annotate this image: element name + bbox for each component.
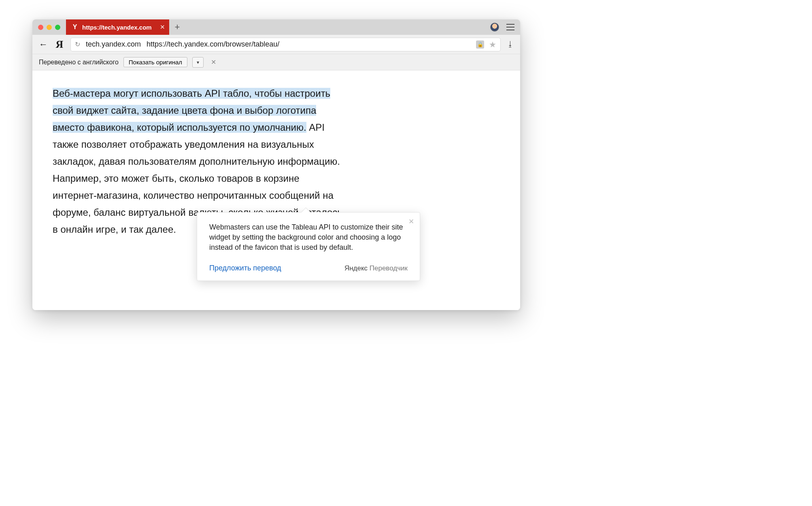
tab-close-icon[interactable]: ✕ xyxy=(160,23,165,31)
translate-options-dropdown[interactable]: ▾ xyxy=(192,57,204,68)
bookmark-star-icon[interactable]: ★ xyxy=(489,40,496,49)
omnibox-actions: 🔒 ★ xyxy=(476,40,496,49)
show-original-button[interactable]: Показать оригинал xyxy=(123,57,187,67)
highlighted-selection: Веб-мастера могут использовать API табло… xyxy=(53,88,330,133)
tab-bar: Y https://tech.yandex.com ✕ + xyxy=(32,19,520,35)
lock-icon[interactable]: 🔒 xyxy=(476,40,484,49)
window-controls xyxy=(32,19,66,35)
browser-window: Y https://tech.yandex.com ✕ + ← Я ↻ tech… xyxy=(32,19,520,310)
suggest-translation-link[interactable]: Предложить перевод xyxy=(209,264,281,272)
active-tab[interactable]: Y https://tech.yandex.com ✕ xyxy=(66,19,169,35)
profile-avatar[interactable] xyxy=(490,23,499,32)
new-tab-button[interactable]: + xyxy=(169,19,185,35)
window-close-button[interactable] xyxy=(38,25,43,30)
url-host: tech.yandex.com xyxy=(86,40,141,49)
downloads-icon[interactable]: ⭳ xyxy=(506,40,514,49)
address-bar: ← Я ↻ tech.yandex.com https://tech.yande… xyxy=(32,35,520,54)
translator-brand-suffix: Переводчик xyxy=(368,264,408,272)
translate-bar: Переведено с английского Показать оригин… xyxy=(32,54,520,70)
menu-icon[interactable] xyxy=(506,24,514,30)
back-button[interactable]: ← xyxy=(38,39,49,50)
tab-favicon: Y xyxy=(72,24,78,30)
popup-footer: Предложить перевод Яндекс Переводчик xyxy=(209,264,408,272)
translate-status-label: Переведено с английского xyxy=(39,59,119,66)
popup-close-icon[interactable]: ✕ xyxy=(408,217,414,226)
reload-icon[interactable]: ↻ xyxy=(75,40,80,48)
translation-popup: ✕ Webmasters can use the Tableau API to … xyxy=(197,212,420,281)
tab-title: https://tech.yandex.com xyxy=(82,24,152,31)
translator-brand-name: Яндекс xyxy=(344,264,368,272)
page-content: Веб-мастера могут использовать API табло… xyxy=(32,70,520,310)
translator-brand: Яндекс Переводчик xyxy=(344,264,408,272)
window-maximize-button[interactable] xyxy=(55,25,60,30)
window-minimize-button[interactable] xyxy=(47,25,52,30)
popup-translation-text: Webmasters can use the Tableau API to cu… xyxy=(209,222,408,253)
translate-bar-close-icon[interactable]: ✕ xyxy=(208,58,219,66)
yandex-home-button[interactable]: Я xyxy=(54,38,65,51)
omnibox[interactable]: ↻ tech.yandex.com https://tech.yandex.co… xyxy=(70,38,501,51)
url-full: https://tech.yandex.com/browser/tableau/ xyxy=(147,40,279,49)
tab-bar-right xyxy=(490,19,520,35)
